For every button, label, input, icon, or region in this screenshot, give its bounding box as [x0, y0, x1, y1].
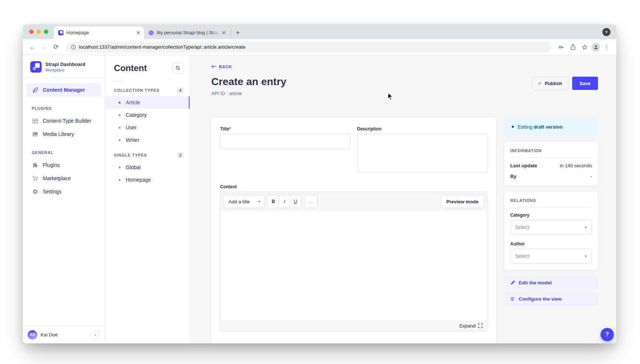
sidebar-item-settings[interactable]: Settings [23, 185, 105, 198]
user-name: Kai Doe [41, 332, 87, 337]
information-header: INFORMATION [510, 148, 592, 153]
forward-button[interactable]: → [39, 42, 49, 52]
sidebar-item-content-type-builder[interactable]: Content-Type Builder [23, 114, 105, 127]
heading-select[interactable]: Add a title ▼ [223, 195, 265, 208]
sidebar-item-label: Marketplace [43, 175, 71, 181]
entry-side-panel: Editing draft version INFORMATION Last u… [504, 118, 598, 305]
bold-button[interactable]: B [268, 195, 279, 208]
close-window-button[interactable] [29, 29, 34, 34]
password-key-icon[interactable] [556, 42, 566, 52]
collection-type-category[interactable]: Category [105, 109, 189, 121]
sidebar-item-plugins[interactable]: Plugins [23, 158, 105, 172]
collapse-sidebar-button[interactable]: ‹ [91, 330, 100, 339]
feather-pen-icon [32, 87, 38, 93]
settings-lines-icon [510, 297, 515, 301]
sidebar-item-media-library[interactable]: Media Library [23, 127, 105, 141]
image-icon [32, 131, 38, 137]
user-avatar[interactable]: KD [28, 330, 37, 340]
tab-close-icon[interactable]: ✕ [136, 30, 140, 35]
single-type-label: Homepage [126, 177, 151, 183]
italic-button[interactable]: I [279, 195, 290, 208]
description-field-label: Description [357, 126, 488, 132]
single-types-count: 2 [177, 152, 184, 158]
main-sidebar: Strapi Dashboard Workplace Content Manag… [23, 55, 105, 343]
single-type-homepage[interactable]: Homepage [105, 174, 189, 186]
required-asterisk: * [229, 126, 231, 132]
tab-separator [230, 29, 231, 36]
category-label: Category [510, 213, 592, 218]
back-link[interactable]: BACK [211, 64, 232, 69]
expand-icon[interactable] [478, 323, 483, 328]
single-type-global[interactable]: Global [105, 161, 189, 174]
share-icon[interactable] [568, 42, 578, 52]
url-bar[interactable]: localhost:1337/admin/content-manager/col… [66, 42, 552, 53]
information-card: INFORMATION Last update in 140 seconds B… [504, 142, 598, 186]
expand-label[interactable]: Expand [459, 323, 476, 329]
tab-search-button[interactable]: ▼ [602, 28, 611, 36]
zoom-window-button[interactable] [44, 29, 48, 34]
tab-title: Homepage [66, 30, 134, 35]
collection-type-label: Article [126, 99, 140, 105]
collection-types-header: COLLECTION TYPES [114, 88, 159, 92]
preview-mode-button[interactable]: Preview mode [441, 195, 484, 208]
more-options-button[interactable]: ... [304, 195, 317, 208]
sidebar-item-label: Plugins [43, 162, 60, 168]
author-select[interactable]: Select ▼ [510, 249, 592, 263]
save-button[interactable]: Save [572, 77, 598, 90]
by-value: - [591, 174, 592, 179]
minimize-window-button[interactable] [36, 29, 41, 34]
back-button[interactable]: ← [27, 42, 38, 52]
publish-button[interactable]: ✓ Publish [532, 77, 568, 90]
sidebar-item-content-manager[interactable]: Content Manager [27, 83, 101, 97]
browser-window: Homepage ✕ My personal Strapi blog | Str… [23, 24, 616, 343]
url-text: localhost:1337/admin/content-manager/col… [79, 44, 246, 50]
title-field-label: Title* [220, 126, 351, 132]
bullet-icon [119, 127, 121, 129]
description-textarea[interactable] [357, 134, 488, 172]
tab-homepage[interactable]: Homepage ✕ [54, 27, 144, 39]
by-label: By [510, 174, 516, 179]
relations-header: RELATIONS [510, 198, 592, 203]
collection-type-user[interactable]: User [105, 121, 189, 134]
collection-type-article[interactable]: Article [105, 96, 189, 109]
bullet-icon [119, 139, 121, 141]
editor-footer: Expand [220, 320, 487, 331]
layout-grid-icon [32, 118, 38, 124]
tab-strapi-blog[interactable]: My personal Strapi blog | Strap ✕ [144, 27, 230, 39]
panel-title: Content [114, 63, 147, 73]
sidebar-item-marketplace[interactable]: Marketplace [23, 172, 105, 185]
blog-favicon [149, 30, 154, 35]
search-button[interactable] [173, 63, 184, 74]
status-dot-icon [512, 126, 514, 128]
browser-menu-icon[interactable]: ⋮ [602, 42, 612, 52]
check-icon: ✓ [538, 81, 542, 86]
title-input[interactable] [220, 134, 351, 149]
sidebar-item-label: Content-Type Builder [43, 118, 91, 124]
puzzle-icon [32, 162, 38, 168]
category-select[interactable]: Select ▼ [510, 220, 592, 235]
workspace-brand[interactable]: Strapi Dashboard Workplace [23, 55, 105, 78]
new-tab-button[interactable]: + [233, 28, 243, 38]
editor-body[interactable] [220, 211, 487, 320]
underline-button[interactable]: U [290, 195, 301, 208]
tab-close-icon[interactable]: ✕ [222, 30, 226, 35]
collection-type-writer[interactable]: Writer [105, 134, 189, 146]
browser-profile-avatar[interactable] [591, 43, 600, 52]
divider [114, 81, 123, 81]
last-update-label: Last update [510, 163, 537, 168]
bookmark-star-icon[interactable] [580, 42, 590, 52]
bullet-icon [119, 102, 121, 104]
reload-button[interactable]: ⟳ [51, 42, 61, 52]
help-button[interactable]: ? [601, 328, 614, 341]
sidebar-item-label: Media Library [43, 131, 74, 137]
divider [510, 157, 592, 158]
strapi-logo-icon [30, 61, 42, 73]
site-info-icon[interactable] [71, 45, 76, 50]
sidebar-item-label: Settings [43, 189, 62, 195]
brand-title: Strapi Dashboard [45, 62, 85, 67]
configure-view-button[interactable]: Configure the view [504, 292, 598, 305]
tab-strip: Homepage ✕ My personal Strapi blog | Str… [23, 24, 616, 39]
collection-types-count: 4 [177, 87, 184, 93]
entry-form-card: Title* Description Content [211, 118, 496, 343]
edit-model-button[interactable]: Edit the model [504, 276, 598, 289]
